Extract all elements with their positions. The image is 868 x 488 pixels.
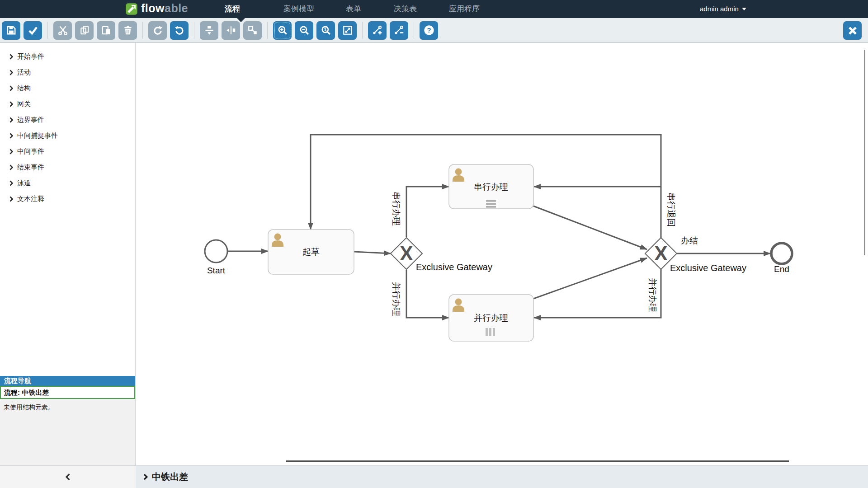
remove-bendpoint-icon: [394, 25, 405, 36]
validate-button[interactable]: [24, 21, 42, 40]
bpmn-canvas[interactable]: 串行办理 并行办理 串行退回 并行办理 办结 Start 起草 X Exclus…: [136, 43, 868, 465]
node-label: Start: [207, 266, 226, 275]
node-label: 起草: [302, 247, 320, 257]
node-exclusive-gateway-1[interactable]: X Exclusive Gateway: [391, 238, 492, 272]
tab-processes[interactable]: 流程: [225, 0, 240, 18]
collapse-sidebar-button[interactable]: [0, 465, 136, 488]
chevron-right-icon: [143, 474, 148, 480]
edge-parallel-to-gateway2[interactable]: [533, 258, 647, 299]
close-editor-button[interactable]: [843, 21, 862, 40]
edge-label-finish: 办结: [681, 236, 698, 245]
user-menu[interactable]: admin admin: [700, 0, 746, 18]
tab-apps[interactable]: 应用程序: [449, 0, 480, 18]
breadcrumb-process-title[interactable]: 中铁出差: [152, 471, 188, 483]
palette-group-label: 结束事件: [17, 163, 44, 172]
parallel-multi-instance-marker: [486, 328, 495, 336]
tab-forms[interactable]: 表单: [346, 0, 361, 18]
distribute-horizontal-button[interactable]: [222, 21, 240, 40]
svg-text:1: 1: [324, 27, 326, 32]
chevron-right-icon: [9, 101, 13, 107]
zoom-in-button[interactable]: [273, 21, 292, 40]
palette-group-label: 结构: [17, 84, 31, 93]
remove-bendpoint-button[interactable]: [390, 21, 408, 40]
trash-icon: [123, 25, 133, 36]
canvas-vertical-scrollbar[interactable]: [864, 50, 865, 255]
edge-gateway2-return-to-parallel[interactable]: [534, 269, 661, 318]
chevron-right-icon: [9, 196, 13, 202]
paste-icon: [101, 25, 112, 36]
toolbar-separator: [267, 22, 268, 39]
help-button[interactable]: ?: [420, 21, 438, 40]
palette-group-label: 泳道: [17, 179, 31, 188]
zoom-out-button[interactable]: [295, 21, 313, 40]
copy-icon: [79, 25, 90, 36]
canvas-breadcrumb-bar: 中铁出差: [136, 465, 868, 488]
check-icon: [28, 25, 38, 36]
chevron-right-icon: [9, 117, 13, 123]
undo-icon: [174, 25, 185, 36]
paste-button[interactable]: [97, 21, 115, 40]
scissors-icon: [57, 25, 68, 36]
palette-group-gateways[interactable]: 网关: [0, 96, 135, 112]
process-navigator-title: 流程导航: [0, 376, 135, 386]
active-tab-caret: [237, 18, 245, 22]
node-user-task-serial[interactable]: 串行办理: [449, 164, 533, 209]
edge-gateway1-to-parallel[interactable]: [406, 270, 449, 318]
undo-button[interactable]: [170, 21, 189, 40]
process-navigator-current[interactable]: 流程: 中铁出差: [0, 386, 135, 399]
palette-group-boundary-events[interactable]: 边界事件: [0, 112, 135, 128]
toolbar-separator: [194, 22, 194, 39]
edge-label-parallel-return: 并行办理: [648, 278, 657, 312]
zoom-actual-button[interactable]: 1: [316, 21, 335, 40]
tab-decision-tables[interactable]: 决策表: [394, 0, 417, 18]
add-bendpoint-button[interactable]: [368, 21, 387, 40]
node-label: 串行办理: [474, 182, 508, 192]
redo-button[interactable]: [148, 21, 167, 40]
gateway-x-symbol: X: [400, 242, 413, 264]
distribute-horizontal-icon: [226, 25, 236, 36]
palette-group-intermediate-catching-events[interactable]: 中间捕捉事件: [0, 128, 135, 144]
process-navigator-note: 未使用结构元素。: [0, 399, 135, 416]
zoom-fit-icon: [342, 25, 353, 36]
zoom-fit-button[interactable]: [338, 21, 357, 40]
tab-case-models[interactable]: 案例模型: [283, 0, 314, 18]
palette-group-label: 活动: [17, 68, 31, 77]
palette-group-structural[interactable]: 结构: [0, 80, 135, 96]
delete-button[interactable]: [118, 21, 137, 40]
node-label: Exclusive Gateway: [670, 263, 746, 273]
toolbar-separator: [414, 22, 414, 39]
zoom-in-icon: [277, 25, 288, 36]
palette-group-intermediate-events[interactable]: 中间事件: [0, 144, 135, 160]
palette-group-text-annotation[interactable]: 文本注释: [0, 191, 135, 207]
node-user-task-parallel[interactable]: 并行办理: [449, 295, 533, 341]
palette-group-label: 边界事件: [17, 116, 44, 124]
palette-group-end-events[interactable]: 结束事件: [0, 160, 135, 175]
zoom-actual-icon: 1: [321, 25, 331, 36]
top-navbar: flowable 流程 案例模型 表单 决策表 应用程序 admin admin: [0, 0, 868, 18]
chevron-right-icon: [9, 85, 13, 91]
node-user-task-draft[interactable]: 起草: [268, 230, 354, 274]
edge-serial-to-gateway2[interactable]: [533, 206, 647, 249]
copy-button[interactable]: [75, 21, 94, 40]
palette-group-list: 开始事件 活动 结构 网关 边界事件 中间捕捉事件 中间事件 结束事件: [0, 43, 135, 207]
flowable-brand: flowable: [141, 2, 188, 15]
same-size-button[interactable]: [243, 21, 262, 40]
edge-draft-to-gateway1[interactable]: [354, 252, 391, 253]
palette-group-start-events[interactable]: 开始事件: [0, 49, 135, 65]
chevron-right-icon: [9, 180, 13, 186]
distribute-vertical-button[interactable]: [200, 21, 218, 40]
palette-group-activities[interactable]: 活动: [0, 65, 135, 80]
node-start-event[interactable]: Start: [205, 240, 227, 275]
palette-group-swimlanes[interactable]: 泳道: [0, 175, 135, 191]
palette-group-label: 网关: [17, 100, 31, 108]
gateway-x-symbol: X: [654, 242, 667, 264]
canvas-horizontal-scrollbar[interactable]: [286, 460, 789, 462]
cut-button[interactable]: [53, 21, 72, 40]
save-button[interactable]: [2, 21, 20, 40]
edge-gateway1-to-serial[interactable]: [406, 187, 449, 237]
distribute-vertical-icon: [204, 25, 215, 36]
flowable-logo-icon: [126, 3, 137, 15]
edge-label-to-parallel: 并行办理: [392, 282, 401, 316]
editor-toolbar: 1 ?: [0, 18, 868, 43]
node-end-event[interactable]: End: [771, 243, 792, 274]
